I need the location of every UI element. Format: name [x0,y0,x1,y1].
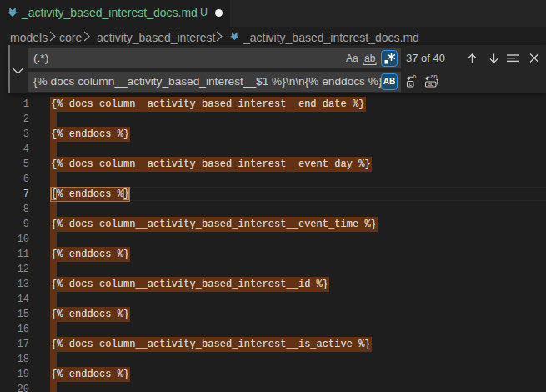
svg-text:ac: ac [428,81,434,87]
svg-text:ab: ab [430,75,437,79]
svg-text:b: b [413,75,416,79]
